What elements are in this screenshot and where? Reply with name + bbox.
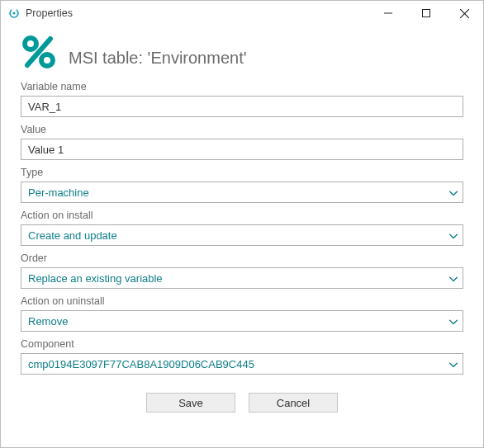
select-order-value: Replace an existing variable [28,272,441,285]
field-component: Component cmp0194E3097F77CAB8A1909D06CAB… [21,338,463,375]
label-action-install: Action on install [21,210,463,221]
svg-point-1 [12,12,15,14]
svg-rect-2 [423,10,430,17]
input-variable-name-value: VAR_1 [28,101,61,113]
save-button[interactable]: Save [146,393,235,413]
chevron-down-icon [449,315,458,328]
svg-point-3 [25,38,36,50]
page-header: MSI table: 'Environment' [21,34,463,73]
label-component: Component [21,338,463,350]
save-button-label: Save [178,397,203,409]
chevron-down-icon [449,272,458,285]
svg-point-4 [41,54,53,66]
field-value: Value Value 1 [21,124,463,160]
field-order: Order Replace an existing variable [21,252,463,289]
window-title: Properties [26,7,73,19]
select-action-uninstall-value: Remove [28,315,441,328]
select-component[interactable]: cmp0194E3097F77CAB8A1909D06CAB9C445 [21,353,463,375]
select-action-install[interactable]: Create and update [21,224,463,246]
content-area: MSI table: 'Environment' Variable name V… [1,26,483,447]
select-order[interactable]: Replace an existing variable [21,267,463,289]
label-variable-name: Variable name [21,81,463,92]
cancel-button-label: Cancel [277,397,310,409]
select-action-install-value: Create and update [28,229,441,242]
button-row: Save Cancel [21,393,463,413]
chevron-down-icon [449,229,458,242]
label-value: Value [21,124,463,135]
field-variable-name: Variable name VAR_1 [21,81,463,117]
select-type[interactable]: Per-machine [21,182,463,203]
minimize-button[interactable] [369,1,407,26]
select-action-uninstall[interactable]: Remove [21,310,463,332]
field-type: Type Per-machine [21,167,463,203]
titlebar: Properties [1,1,483,26]
cancel-button[interactable]: Cancel [249,393,338,413]
label-action-uninstall: Action on uninstall [21,295,463,307]
page-title: MSI table: 'Environment' [69,49,247,68]
label-type: Type [21,167,463,178]
select-component-value: cmp0194E3097F77CAB8A1909D06CAB9C445 [28,358,441,370]
app-icon [7,7,21,20]
chevron-down-icon [449,186,458,199]
input-value[interactable]: Value 1 [21,139,463,160]
close-button[interactable] [445,1,483,26]
properties-window: Properties MSI table: 'Environment' [0,0,484,448]
percent-icon [21,34,57,73]
field-action-uninstall: Action on uninstall Remove [21,295,463,332]
select-type-value: Per-machine [28,186,441,199]
input-variable-name[interactable]: VAR_1 [21,96,463,117]
maximize-button[interactable] [407,1,445,26]
label-order: Order [21,252,463,264]
field-action-install: Action on install Create and update [21,210,463,246]
chevron-down-icon [449,358,458,370]
input-value-value: Value 1 [28,144,64,156]
